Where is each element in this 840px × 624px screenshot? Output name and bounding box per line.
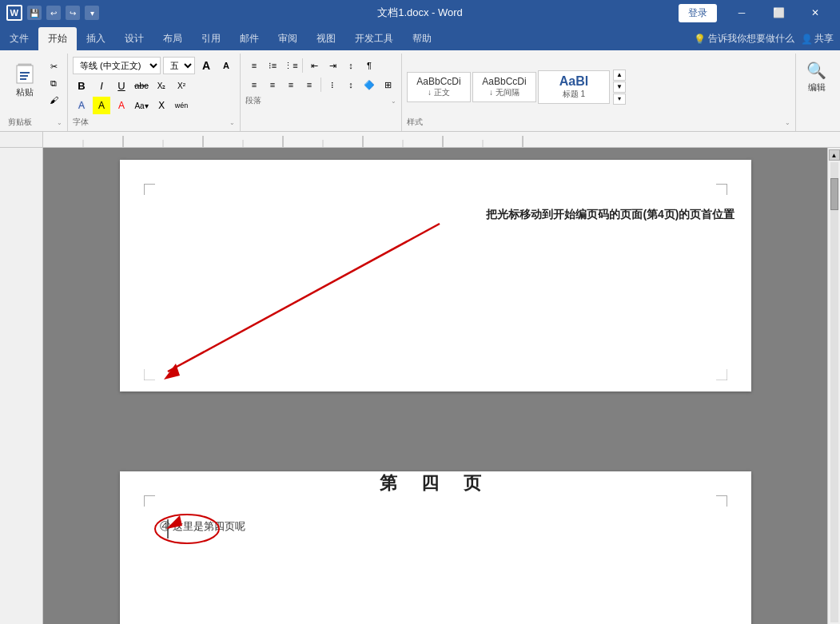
tab-insert[interactable]: 插入 [77,27,115,50]
save-button[interactable]: 💾 [27,6,42,20]
text-effect-button[interactable]: A [73,97,90,114]
highlight-button[interactable]: A [93,97,110,114]
share-button[interactable]: 👤 共享 [801,32,834,46]
justify-button[interactable]: ≡ [301,76,318,93]
sort-button[interactable]: ↕ [342,57,360,74]
corner-mark-tl [144,184,155,195]
tab-developer[interactable]: 开发工具 [345,27,403,50]
clipboard-label: 剪贴板 [8,117,32,128]
italic-button[interactable]: I [93,77,110,94]
word-icon: W [6,5,22,21]
page2-title: 第 四 页 [120,471,751,495]
decrease-indent-button[interactable]: ⇤ [305,57,323,74]
cursor-area [152,511,224,550]
styles-label: 样式 [407,117,423,128]
redo-button[interactable]: ↪ [66,6,80,20]
tab-mailings[interactable]: 邮件 [230,27,269,50]
styles-scroll-up[interactable]: ▲ [613,70,626,81]
superscript-button[interactable]: X² [173,77,190,94]
svg-rect-3 [17,66,33,83]
corner-mark-tr [716,184,727,195]
shading-button[interactable]: 🔷 [360,76,378,93]
bold-button[interactable]: B [73,77,90,94]
clear-format-button[interactable]: Ⅹ [153,97,170,114]
vertical-scrollbar[interactable]: ▲ ▼ [827,148,840,624]
increase-indent-button[interactable]: ⇥ [324,57,341,74]
restore-button[interactable]: ⬜ [760,0,797,26]
ruler-corner [0,132,43,147]
show-marks-button[interactable]: ¶ [360,57,378,74]
font-color-button[interactable]: A [113,97,130,114]
phonetic-button[interactable]: wén [173,97,190,114]
page2-corner-tl [144,495,155,507]
border-button[interactable]: ⊞ [379,76,396,93]
bullet-list-button[interactable]: ≡ [245,57,263,74]
font-group: 等线 (中文正文) 五号 A A B I U abc X₂ X² A A A [68,54,241,131]
styles-scroll-down[interactable]: ▼ [613,81,626,93]
editing-button[interactable]: 🔍 编辑 [802,57,830,97]
undo-button[interactable]: ↩ [46,6,61,20]
font-name-select[interactable]: 等线 (中文正文) [73,57,161,74]
tab-view[interactable]: 视图 [307,27,345,50]
tab-review[interactable]: 审阅 [269,27,307,50]
tell-me-button[interactable]: 💡 告诉我你想要做什么 [694,32,794,46]
font-expand-button[interactable]: ⌄ [229,119,235,126]
paste-button[interactable]: 粘贴 [8,58,42,101]
search-editing-icon: 🔍 [806,61,826,80]
align-center-button[interactable]: ≡ [264,76,281,93]
styles-expand[interactable]: ▾ [613,93,626,105]
style-normal[interactable]: AaBbCcDi ↓ 正文 [407,72,471,102]
tab-references[interactable]: 引用 [192,27,230,50]
underline-button[interactable]: U [113,77,130,94]
styles-expand-button[interactable]: ⌄ [785,119,790,126]
cut-button[interactable]: ✂ [45,58,62,74]
share-icon: 👤 [801,34,813,45]
line-spacing-button[interactable]: ↕ [342,76,360,93]
style-no-spacing[interactable]: AaBbCcDi ↓ 无间隔 [472,72,536,102]
styles-label-row: 样式 ⌄ [407,117,790,128]
subscript-button[interactable]: X₂ [153,77,170,94]
scroll-up-button[interactable]: ▲ [829,149,840,161]
clipboard-expand-button[interactable]: ⌄ [57,119,62,126]
font-group-label: 字体 [73,117,89,128]
tab-design[interactable]: 设计 [115,27,153,50]
svg-marker-23 [164,364,180,380]
multilevel-list-button[interactable]: ⋮≡ [282,57,300,74]
editing-label: 编辑 [808,81,826,93]
numbered-list-button[interactable]: ⁝≡ [264,57,281,74]
ribbon-tabs: 文件 开始 插入 设计 布局 引用 邮件 审阅 视图 开发工具 帮助 💡 告诉我… [0,26,840,50]
clipboard-label-row: 剪贴板 ⌄ [8,117,62,128]
minimize-button[interactable]: ─ [723,0,760,26]
copy-button[interactable]: ⧉ [45,75,62,91]
page-2: 第 四 页 ④ 这里是第四页呢 Baidu经验 [120,471,751,624]
scroll-track[interactable] [830,162,838,622]
align-left-button[interactable]: ≡ [245,76,263,93]
tab-layout[interactable]: 布局 [153,27,192,50]
paragraph-group: ≡ ⁝≡ ⋮≡ ⇤ ⇥ ↕ ¶ ≡ ≡ ≡ ≡ ⫶ ↕ 🔷 ⊞ 段 [241,54,402,131]
svg-rect-4 [20,72,30,74]
tab-file[interactable]: 文件 [0,27,38,50]
document-scroll[interactable]: 把光标移动到开始编页码的页面(第4页)的页首位置 [43,148,827,624]
font-size-select[interactable]: 五号 [163,57,195,74]
scroll-thumb[interactable] [830,178,838,210]
paragraph-expand-button[interactable]: ⌄ [391,97,396,105]
paste-label: 粘贴 [16,86,34,98]
change-case-button[interactable]: Aa▾ [133,97,150,114]
align-right-button[interactable]: ≡ [282,76,300,93]
page2-corner-tr [716,495,727,507]
font-grow-button[interactable]: A [197,57,215,74]
customize-button[interactable]: ▾ [85,6,99,20]
editing-group: 🔍 编辑 [796,54,837,131]
svg-rect-6 [20,78,26,80]
strikethrough-button[interactable]: abc [133,77,150,94]
document-area[interactable]: 把光标移动到开始编页码的页面(第4页)的页首位置 [43,148,827,624]
format-painter-button[interactable]: 🖌 [45,92,62,108]
style-heading1[interactable]: AaBl 标题 1 [538,70,610,104]
column-button[interactable]: ⫶ [324,76,341,93]
font-shrink-button[interactable]: A [217,57,235,74]
tab-home[interactable]: 开始 [38,27,77,50]
login-button[interactable]: 登录 [679,4,717,22]
close-button[interactable]: ✕ [797,0,834,26]
tab-help[interactable]: 帮助 [403,27,441,50]
clipboard-group: 粘贴 ✂ ⧉ 🖌 剪贴板 ⌄ [3,54,68,131]
